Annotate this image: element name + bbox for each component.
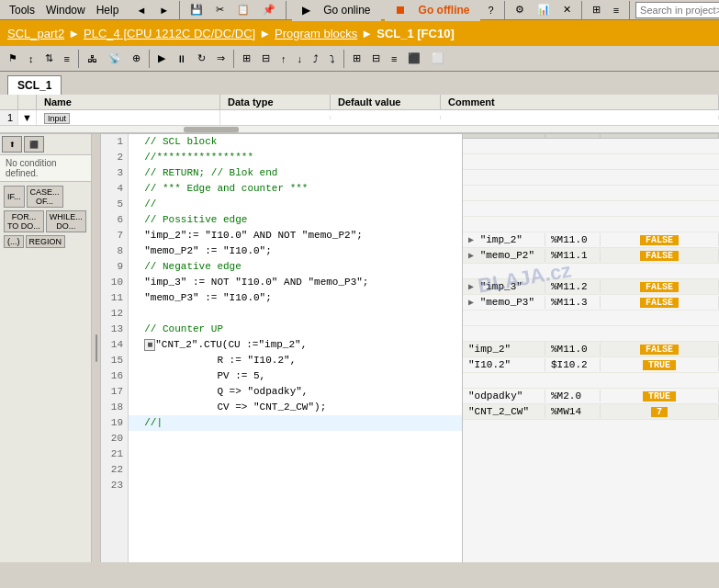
toolbar-copy-btn[interactable]: 📋 — [232, 1, 254, 18]
val-badge-15: TRUE — [643, 360, 676, 370]
tab-header: SCL_1 — [0, 72, 719, 95]
go-offline-btn[interactable]: ⏹ Go offline — [385, 0, 480, 21]
hscroll-thumb[interactable] — [184, 127, 239, 132]
tb2-btn8[interactable]: ⊞ — [238, 50, 255, 67]
watch-panel: ▶ "imp_2" %M11.0 FALSE ▶ "memo_P2" %M11.… — [462, 134, 719, 562]
tb2-btn14[interactable]: ⊞ — [348, 50, 365, 67]
tb2-btn18[interactable]: ⬜ — [427, 50, 449, 67]
tb2-btn16[interactable]: ≡ — [387, 51, 401, 67]
toolbar-icon1[interactable]: ⚙ — [511, 1, 529, 18]
watch-row-7: ▶ "imp_2" %M11.0 FALSE — [463, 232, 719, 248]
left-resize-handle[interactable] — [92, 134, 101, 562]
watch-addr-17: %M2.0 — [545, 390, 601, 402]
nav-up-btn[interactable]: ⬆ — [2, 136, 22, 153]
toolbar-back-btn[interactable]: ◄ — [131, 2, 151, 18]
tb2-btn4[interactable]: ≡ — [60, 51, 74, 67]
tb2-btn17[interactable]: ⬛ — [403, 50, 425, 67]
var-table-scrollbar[interactable] — [0, 125, 719, 132]
nav-right-btn[interactable]: ⬛ — [24, 136, 44, 153]
breadcrumb-item-1[interactable]: PLC_4 [CPU 1212C DC/DC/DC] — [84, 27, 255, 40]
go-online-btn[interactable]: ▶ Go online — [292, 0, 380, 21]
inst-row-3: (...) REGION — [4, 235, 87, 248]
toolbar-help-btn[interactable]: ? — [484, 2, 499, 18]
watch-addr-18: %MW14 — [545, 405, 601, 418]
tb2-btn9[interactable]: ⊟ — [257, 50, 275, 67]
toolbar-icon4[interactable]: ≡ — [609, 2, 624, 18]
breadcrumb-item-0[interactable]: SCL_part2 — [7, 27, 64, 40]
inst-case-btn[interactable]: CASE...OF... — [27, 186, 63, 208]
sep-t2-2 — [149, 50, 150, 68]
code-editor[interactable]: 1 2 3 4 5 6 7 8 9 10 11 12 13 14 15 16 1… — [101, 134, 462, 562]
tb2-monitor-btn[interactable]: 📡 — [104, 50, 126, 67]
watch-name-14: "imp_2" — [463, 343, 545, 356]
watch-arrow-8: ▶ — [468, 251, 474, 261]
breadcrumb-item-3[interactable]: SCL_1 [FC10] — [376, 27, 455, 40]
tab-label: SCL_1 — [17, 79, 51, 92]
code-line-12 — [129, 306, 462, 322]
col-name-header: Name — [37, 95, 220, 109]
code-line-4: // *** Edge and counter *** — [129, 181, 462, 197]
tb2-btn1[interactable]: ⚑ — [4, 50, 22, 67]
breadcrumb-item-2[interactable]: Program blocks — [275, 27, 357, 40]
code-line-21 — [129, 447, 462, 462]
inst-region-btn[interactable]: REGION — [26, 235, 66, 248]
watch-empty-6 — [463, 217, 719, 232]
tb2-btn3[interactable]: ⇅ — [40, 50, 58, 67]
menu-tools[interactable]: Tools — [4, 2, 40, 18]
tab-scl1[interactable]: SCL_1 — [7, 75, 62, 95]
ln-20: 20 — [101, 431, 128, 447]
search-input[interactable] — [635, 2, 719, 18]
code-line-18: CV => "CNT_2_CW"); — [129, 400, 462, 415]
ln-23: 23 — [101, 478, 128, 493]
code-line-17: Q => "odpadky", — [129, 384, 462, 400]
tb2-btn13[interactable]: ⤵ — [325, 51, 340, 67]
toolbar-close[interactable]: ✕ — [558, 1, 576, 18]
tb2-stop-btn[interactable]: ⏸ — [172, 51, 191, 67]
ln-9: 9 — [101, 259, 128, 275]
tb2-run-btn[interactable]: ▶ — [153, 50, 170, 67]
tb2-btn5[interactable]: ⊕ — [128, 50, 145, 67]
code-line-1: // SCL block — [129, 134, 462, 150]
ln-11: 11 — [101, 290, 128, 306]
sep-t2-4 — [343, 50, 344, 68]
tb2-btn11[interactable]: ↓ — [292, 51, 307, 67]
tb2-btn7[interactable]: ⇒ — [212, 50, 230, 67]
line-numbers: 1 2 3 4 5 6 7 8 9 10 11 12 13 14 15 16 1… — [101, 134, 129, 562]
tb2-btn12[interactable]: ⤴ — [309, 51, 323, 67]
ln-5: 5 — [101, 197, 128, 212]
var-expand-icon[interactable]: ▼ — [18, 110, 37, 125]
watch-name-10: ▶ "imp_3" — [463, 280, 545, 293]
code-lines-area[interactable]: // SCL block //**************** // RETUR… — [129, 134, 462, 562]
tb2-network-btn[interactable]: 🖧 — [83, 51, 102, 67]
toolbar-paste-btn[interactable]: 📌 — [258, 1, 280, 18]
toolbar-icon2[interactable]: 📊 — [533, 1, 555, 18]
menu-help[interactable]: Help — [91, 2, 125, 18]
val-badge-11: FALSE — [640, 298, 679, 308]
ln-6: 6 — [101, 212, 128, 228]
toolbar-forward-btn[interactable]: ► — [154, 2, 174, 18]
watch-empty-5 — [463, 201, 719, 217]
tb2-btn15[interactable]: ⊟ — [367, 50, 385, 67]
inst-paren-btn[interactable]: (...) — [4, 235, 24, 248]
ln-17: 17 — [101, 384, 128, 400]
go-online-label: Go online — [318, 2, 376, 18]
watch-empty-1 — [463, 139, 719, 154]
tb2-btn10[interactable]: ↑ — [276, 51, 291, 67]
inst-while-btn[interactable]: WHILE...DO... — [46, 210, 86, 232]
condition-label: No condition defined. — [0, 154, 91, 182]
watch-col-val-header — [601, 134, 719, 138]
toolbar-cut-btn[interactable]: ✂ — [211, 1, 229, 18]
watch-name-17: "odpadky" — [463, 390, 545, 402]
toolbar-save-btn[interactable]: 💾 — [185, 1, 208, 18]
val-badge-7: FALSE — [640, 235, 679, 245]
sep-t2-3 — [233, 50, 234, 68]
inst-if-btn[interactable]: IF... — [4, 186, 25, 208]
tb2-btn6[interactable]: ↻ — [193, 50, 210, 67]
watch-val-17: TRUE — [601, 390, 719, 402]
inst-for-btn[interactable]: FOR...TO DO... — [4, 210, 44, 232]
watch-col-name-header — [463, 134, 545, 138]
toolbar-icon3[interactable]: ⊞ — [588, 1, 605, 18]
val-badge-14: FALSE — [640, 345, 679, 355]
menu-window[interactable]: Window — [40, 2, 91, 18]
tb2-btn2[interactable]: ↕ — [24, 51, 39, 67]
